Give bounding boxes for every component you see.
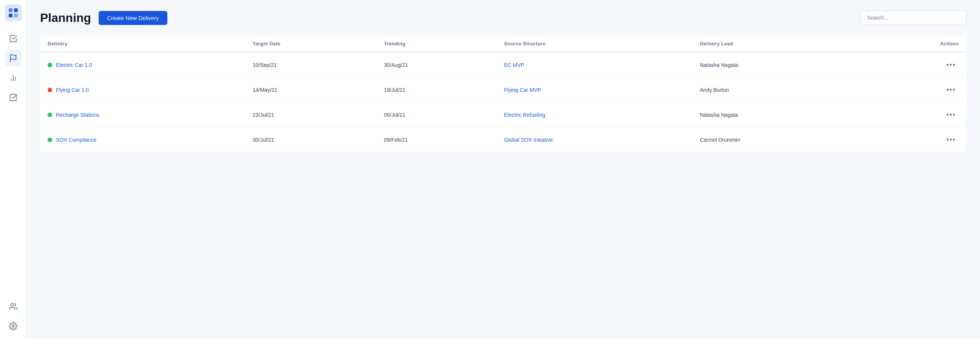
actions-cell-2: ••• (863, 102, 966, 127)
actions-cell-0: ••• (863, 52, 966, 78)
svg-rect-3 (14, 14, 18, 18)
table-row: SOX Compliance 30/Jul/21 09/Feb/21 Globa… (40, 127, 966, 152)
col-header-delivery: Delivery (40, 35, 245, 52)
delivery-name-link-0[interactable]: Electric Car 1.0 (56, 62, 92, 68)
source-structure-link-1[interactable]: Flying Car MVP (504, 87, 541, 93)
actions-cell-3: ••• (863, 127, 966, 152)
header-left: Planning Create New Delivery (40, 11, 167, 25)
delivery-cell-3: SOX Compliance (40, 127, 245, 152)
col-header-trending: Trending (376, 35, 496, 52)
main-content: Planning Create New Delivery Delivery Ta… (27, 0, 980, 339)
target-date-cell-0: 10/Sep/21 (245, 52, 376, 78)
status-indicator-3 (48, 138, 52, 142)
source-structure-cell-2: Electric Refueling (496, 102, 692, 127)
delivery-lead-cell-0: Natasha Nagata (692, 52, 862, 78)
svg-rect-2 (9, 14, 13, 18)
table-row: Electric Car 1.0 10/Sep/21 30/Aug/21 EC … (40, 52, 966, 78)
target-date-cell-1: 14/May/21 (245, 78, 376, 102)
target-date-cell-3: 30/Jul/21 (245, 127, 376, 152)
status-indicator-2 (48, 113, 52, 117)
actions-button-1[interactable]: ••• (943, 84, 959, 95)
delivery-cell-0: Electric Car 1.0 (40, 52, 245, 78)
source-structure-link-0[interactable]: EC MVP (504, 62, 524, 68)
sidebar (0, 0, 27, 339)
col-header-source-structure: Source Structure (496, 35, 692, 52)
delivery-name-link-3[interactable]: SOX Compliance (56, 137, 96, 143)
source-structure-cell-3: Global SOX Initiative (496, 127, 692, 152)
svg-point-9 (11, 304, 13, 306)
col-header-delivery-lead: Delivery Lead (692, 35, 862, 52)
create-new-delivery-button[interactable]: Create New Delivery (99, 11, 167, 25)
trending-cell-1: 19/Jul/21 (376, 78, 496, 102)
actions-button-0[interactable]: ••• (943, 59, 959, 70)
status-indicator-0 (48, 63, 52, 67)
sidebar-item-planning[interactable] (5, 50, 22, 67)
source-structure-link-3[interactable]: Global SOX Initiative (504, 137, 553, 143)
svg-rect-8 (10, 94, 16, 101)
trending-cell-3: 09/Feb/21 (376, 127, 496, 152)
table-row: Recharge Stations 23/Jul/21 05/Jul/21 El… (40, 102, 966, 127)
actions-button-2[interactable]: ••• (943, 109, 959, 120)
delivery-name-link-1[interactable]: Flying Car 1.0 (56, 87, 89, 93)
col-header-actions: Actions (863, 35, 966, 52)
actions-cell-1: ••• (863, 78, 966, 102)
col-header-target-date: Target Date (245, 35, 376, 52)
app-logo (5, 5, 22, 21)
target-date-cell-2: 23/Jul/21 (245, 102, 376, 127)
delivery-cell-2: Recharge Stations (40, 102, 245, 127)
delivery-lead-cell-2: Natasha Nagata (692, 102, 862, 127)
trending-cell-2: 05/Jul/21 (376, 102, 496, 127)
page-header: Planning Create New Delivery (40, 11, 966, 25)
delivery-lead-cell-3: Carmel Drummer (692, 127, 862, 152)
deliveries-table-container: Delivery Target Date Trending Source Str… (40, 35, 966, 152)
sidebar-item-inbox[interactable] (5, 30, 22, 47)
delivery-lead-cell-1: Andy Burton (692, 78, 862, 102)
sidebar-item-tasks[interactable] (5, 89, 22, 106)
table-row: Flying Car 1.0 14/May/21 19/Jul/21 Flyin… (40, 78, 966, 102)
sidebar-item-settings[interactable] (5, 318, 22, 334)
svg-rect-1 (14, 8, 18, 12)
source-structure-link-2[interactable]: Electric Refueling (504, 112, 545, 118)
actions-button-3[interactable]: ••• (943, 134, 959, 145)
svg-rect-0 (9, 8, 13, 12)
status-indicator-1 (48, 88, 52, 92)
source-structure-cell-1: Flying Car MVP (496, 78, 692, 102)
search-input[interactable] (861, 11, 966, 25)
svg-point-10 (12, 325, 14, 327)
sidebar-item-people[interactable] (5, 298, 22, 315)
deliveries-table: Delivery Target Date Trending Source Str… (40, 35, 966, 152)
table-header-row: Delivery Target Date Trending Source Str… (40, 35, 966, 52)
trending-cell-0: 30/Aug/21 (376, 52, 496, 78)
delivery-cell-1: Flying Car 1.0 (40, 78, 245, 102)
delivery-name-link-2[interactable]: Recharge Stations (56, 112, 99, 118)
page-title: Planning (40, 11, 91, 25)
sidebar-item-analytics[interactable] (5, 70, 22, 86)
source-structure-cell-0: EC MVP (496, 52, 692, 78)
